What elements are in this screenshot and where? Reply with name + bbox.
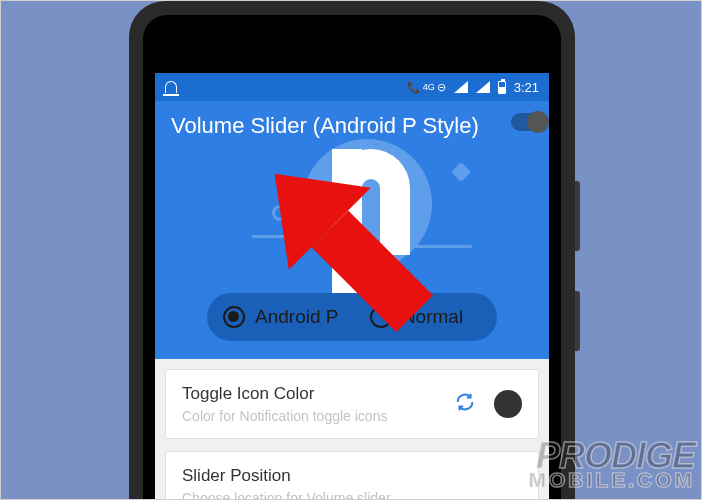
setting-subtitle: Choose location for Volume slider [182, 490, 522, 500]
setting-title: Toggle Icon Color [182, 384, 454, 404]
notification-bell-icon [165, 81, 177, 93]
master-toggle[interactable] [511, 113, 545, 131]
app-header: Volume Slider (Android P Style) Android … [155, 101, 549, 359]
radio-android-p[interactable]: Android P [223, 306, 352, 328]
setting-toggle-icon-color[interactable]: Toggle Icon Color Color for Notification… [165, 369, 539, 439]
radio-label: Normal [402, 306, 463, 328]
radio-normal[interactable]: Normal [352, 306, 481, 328]
color-preview-dot [494, 390, 522, 418]
setting-slider-position[interactable]: Slider Position Choose location for Volu… [165, 451, 539, 500]
refresh-icon[interactable] [454, 391, 476, 417]
phone-screen: 📞 4G ⊝ 3:21 Volume Slider (Android P Sty… [155, 73, 549, 500]
battery-icon [498, 81, 506, 94]
phone-frame: 📞 4G ⊝ 3:21 Volume Slider (Android P Sty… [129, 1, 575, 500]
setting-subtitle: Color for Notification toggle icons [182, 408, 454, 424]
style-mode-selector: Android P Normal [207, 293, 497, 341]
status-bar: 📞 4G ⊝ 3:21 [155, 73, 549, 101]
radio-checked-icon [223, 306, 245, 328]
network-indicator: 📞 4G ⊝ [407, 82, 446, 93]
signal-icon [476, 81, 490, 93]
radio-label: Android P [255, 306, 338, 328]
phone-side-button [575, 291, 580, 351]
phone-side-button [575, 181, 580, 251]
setting-title: Slider Position [182, 466, 522, 486]
settings-list: Toggle Icon Color Color for Notification… [155, 359, 549, 500]
clock: 3:21 [514, 80, 539, 95]
radio-unchecked-icon [370, 306, 392, 328]
signal-icon [454, 81, 468, 93]
app-title: Volume Slider (Android P Style) [171, 113, 479, 139]
